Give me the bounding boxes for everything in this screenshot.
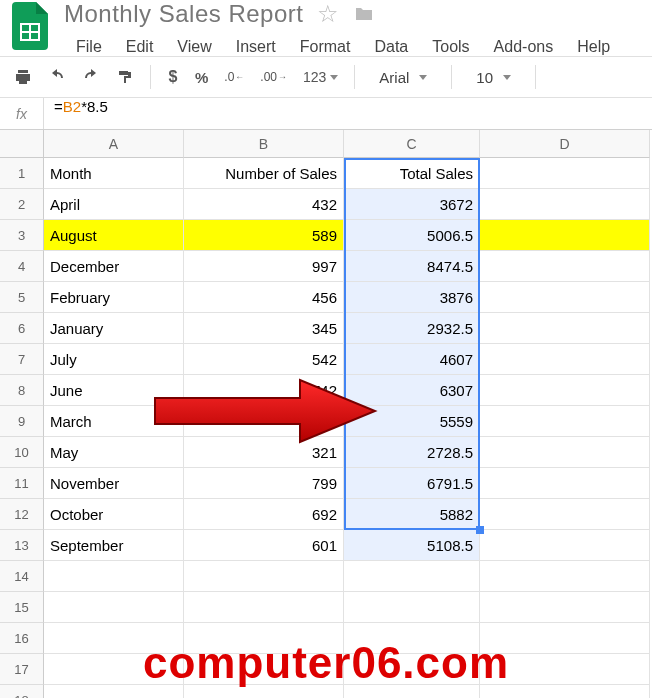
menu-tools[interactable]: Tools (420, 32, 481, 62)
cell[interactable] (480, 530, 650, 561)
star-icon[interactable]: ☆ (317, 0, 340, 28)
cell[interactable]: 6791.5 (344, 468, 480, 499)
cell[interactable]: 321 (184, 437, 344, 468)
menu-data[interactable]: Data (362, 32, 420, 62)
cell[interactable]: 997 (184, 251, 344, 282)
fill-handle[interactable] (476, 526, 484, 534)
cell[interactable]: 432 (184, 189, 344, 220)
cell[interactable]: August (44, 220, 184, 251)
more-formats-button[interactable]: 123 (297, 63, 344, 91)
cell[interactable] (480, 158, 650, 189)
cell[interactable] (184, 592, 344, 623)
sheets-logo-icon[interactable] (6, 2, 54, 50)
cell[interactable]: 8474.5 (344, 251, 480, 282)
redo-icon[interactable] (76, 63, 106, 91)
menu-insert[interactable]: Insert (224, 32, 288, 62)
row-header[interactable]: 3 (0, 220, 44, 251)
row-header[interactable]: 1 (0, 158, 44, 189)
column-header-D[interactable]: D (480, 130, 650, 158)
cell[interactable]: 345 (184, 313, 344, 344)
font-family-select[interactable]: Arial (365, 69, 441, 86)
menu-format[interactable]: Format (288, 32, 363, 62)
row-header[interactable]: 4 (0, 251, 44, 282)
cell[interactable]: 5006.5 (344, 220, 480, 251)
cell[interactable]: 2728.5 (344, 437, 480, 468)
cell[interactable]: February (44, 282, 184, 313)
cell[interactable]: November (44, 468, 184, 499)
column-header-C[interactable]: C (344, 130, 480, 158)
select-all-corner[interactable] (0, 130, 44, 158)
cell[interactable] (480, 375, 650, 406)
row-header[interactable]: 7 (0, 344, 44, 375)
cell[interactable]: March (44, 406, 184, 437)
row-header[interactable]: 14 (0, 561, 44, 592)
row-header[interactable]: 6 (0, 313, 44, 344)
cell[interactable]: 742 (184, 375, 344, 406)
cell[interactable]: 601 (184, 530, 344, 561)
row-header[interactable]: 10 (0, 437, 44, 468)
paint-format-icon[interactable] (110, 63, 140, 91)
cell[interactable]: 456 (184, 282, 344, 313)
cell[interactable] (480, 189, 650, 220)
increase-decimal-button[interactable]: .00→ (254, 63, 293, 91)
cell[interactable]: December (44, 251, 184, 282)
cell[interactable]: June (44, 375, 184, 406)
cell[interactable] (480, 220, 650, 251)
menu-view[interactable]: View (165, 32, 223, 62)
row-header[interactable]: 15 (0, 592, 44, 623)
cell[interactable]: 3672 (344, 189, 480, 220)
folder-icon[interactable] (354, 0, 374, 28)
cell[interactable]: 2932.5 (344, 313, 480, 344)
spreadsheet-grid[interactable]: ABCD1MonthNumber of SalesTotal Sales2Apr… (0, 130, 652, 628)
document-title[interactable]: Monthly Sales Report (64, 0, 303, 28)
menu-addons[interactable]: Add-ons (482, 32, 566, 62)
row-header[interactable]: 2 (0, 189, 44, 220)
cell[interactable]: 5108.5 (344, 530, 480, 561)
menu-help[interactable]: Help (565, 32, 622, 62)
cell[interactable] (44, 592, 184, 623)
cell[interactable] (480, 344, 650, 375)
font-size-select[interactable]: 10 (462, 69, 525, 86)
formula-input[interactable]: =B2*8.5 (44, 98, 652, 129)
row-header[interactable]: 12 (0, 499, 44, 530)
cell[interactable]: October (44, 499, 184, 530)
cell[interactable] (480, 406, 650, 437)
row-header[interactable]: 5 (0, 282, 44, 313)
cell[interactable] (480, 468, 650, 499)
column-header-B[interactable]: B (184, 130, 344, 158)
cell[interactable]: April (44, 189, 184, 220)
cell[interactable]: Total Sales (344, 158, 480, 189)
cell[interactable]: May (44, 437, 184, 468)
cell[interactable] (480, 499, 650, 530)
cell[interactable]: 5559 (344, 406, 480, 437)
cell[interactable] (344, 592, 480, 623)
cell[interactable]: 589 (184, 220, 344, 251)
cell[interactable]: 692 (184, 499, 344, 530)
cell[interactable] (480, 251, 650, 282)
cell[interactable]: July (44, 344, 184, 375)
row-header[interactable]: 11 (0, 468, 44, 499)
cell[interactable]: 654 (184, 406, 344, 437)
cell[interactable] (344, 561, 480, 592)
cell[interactable] (44, 561, 184, 592)
cell[interactable]: Month (44, 158, 184, 189)
format-percent-button[interactable]: % (189, 63, 214, 91)
format-currency-button[interactable]: $ (161, 63, 185, 91)
cell[interactable] (184, 561, 344, 592)
cell[interactable]: January (44, 313, 184, 344)
cell[interactable]: 542 (184, 344, 344, 375)
cell[interactable] (480, 437, 650, 468)
menu-file[interactable]: File (64, 32, 114, 62)
cell[interactable]: September (44, 530, 184, 561)
cell[interactable] (480, 561, 650, 592)
column-header-A[interactable]: A (44, 130, 184, 158)
undo-icon[interactable] (42, 63, 72, 91)
row-header[interactable]: 13 (0, 530, 44, 561)
cell[interactable] (480, 592, 650, 623)
cell[interactable] (480, 313, 650, 344)
row-header[interactable]: 8 (0, 375, 44, 406)
cell[interactable]: 799 (184, 468, 344, 499)
row-header[interactable]: 9 (0, 406, 44, 437)
cell[interactable]: 4607 (344, 344, 480, 375)
print-icon[interactable] (8, 63, 38, 91)
